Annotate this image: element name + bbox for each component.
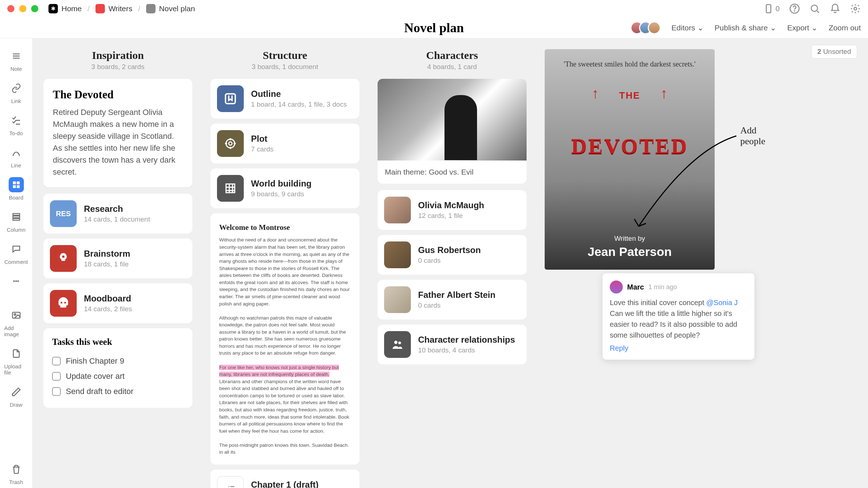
item-olivia[interactable]: Olivia McMaugh12 cards, 1 file <box>378 190 527 230</box>
home-icon[interactable]: ✱ <box>48 4 58 13</box>
tool-label: To-do <box>9 130 23 136</box>
item-title: Gus Robertson <box>418 245 520 255</box>
column-header[interactable]: Inspiration 3 boards, 2 cards <box>43 49 192 71</box>
more-icon: ••• <box>9 274 24 289</box>
crumb-novelplan[interactable]: Novel plan <box>159 4 195 13</box>
bell-icon[interactable] <box>830 3 841 14</box>
item-sub: 14 cards, 2 files <box>84 305 186 313</box>
item-title: Moodboard <box>84 294 186 304</box>
crumb-home[interactable]: Home <box>61 4 82 13</box>
svg-point-14 <box>62 256 65 258</box>
doc-title: Welcome to Montrose <box>219 222 351 233</box>
item-title: Father Albert Stein <box>418 290 520 300</box>
tool-label: Add image <box>4 325 28 337</box>
item-plot[interactable]: Plot7 cards <box>210 124 359 163</box>
document-preview[interactable]: Welcome to Montrose Without the need of … <box>210 213 359 465</box>
column-icon <box>9 209 24 224</box>
item-outline[interactable]: Outline1 board, 14 cards, 1 file, 3 docs <box>210 79 359 119</box>
column-header[interactable]: Structure 3 boards, 1 document <box>210 49 359 71</box>
tool-trash[interactable]: Trash <box>4 459 28 488</box>
tool-line[interactable]: Line <box>4 142 28 171</box>
tool-upload-file[interactable]: Upload file <box>4 343 28 378</box>
task-item[interactable]: Update cover art <box>52 369 184 384</box>
cover-art[interactable]: 'The sweetest smiles hold the darkest se… <box>545 49 715 270</box>
maximize-icon[interactable] <box>31 5 38 12</box>
comment-time: 1 min ago <box>648 283 677 291</box>
search-icon[interactable] <box>809 3 820 14</box>
column-inspiration: Inspiration 3 boards, 2 cards The Devote… <box>43 49 192 488</box>
tool-note[interactable]: Note <box>4 46 28 75</box>
tool-label: Line <box>11 162 21 168</box>
tool-board[interactable]: Board <box>4 174 28 204</box>
item-sub: 10 boards, 4 cards <box>418 346 520 354</box>
minimize-icon[interactable] <box>19 5 26 12</box>
publish-button[interactable]: Publish & share ⌄ <box>715 23 776 32</box>
chevron-down-icon: ⌄ <box>770 23 776 32</box>
reply-button[interactable]: Reply <box>610 344 747 352</box>
writers-icon[interactable] <box>95 4 105 13</box>
todo-icon <box>9 113 24 128</box>
canvas[interactable]: 2 Unsorted Inspiration 3 boards, 2 cards… <box>33 38 868 488</box>
svg-rect-20 <box>226 184 235 193</box>
document-icon <box>217 476 244 488</box>
page-header: Novel plan Editors ⌄ Publish & share ⌄ E… <box>0 17 868 38</box>
main: Note Link To-do Line Board Column Commen… <box>0 38 868 488</box>
svg-point-18 <box>229 142 232 145</box>
pencil-icon <box>9 384 24 399</box>
column-characters: Characters 4 boards, 1 card Main theme: … <box>378 49 527 488</box>
task-label: Send draft to editor <box>66 387 133 396</box>
tasks-card[interactable]: Tasks this week Finish Chapter 9 Update … <box>43 328 192 408</box>
tool-column[interactable]: Column <box>4 206 28 236</box>
item-research[interactable]: RES Research14 cards, 1 document <box>43 194 192 234</box>
tool-add-image[interactable]: Add image <box>4 305 28 340</box>
link-icon <box>9 81 24 96</box>
item-world-building[interactable]: World building9 boards, 9 cards <box>210 168 359 208</box>
checkbox[interactable] <box>52 372 61 381</box>
window-controls <box>7 5 38 12</box>
gear-icon[interactable] <box>850 3 861 14</box>
mention[interactable]: @Sonia J <box>706 299 738 307</box>
devices-count: 0 <box>775 4 780 13</box>
novelplan-icon[interactable] <box>146 4 156 13</box>
tool-more[interactable]: ••• <box>4 271 28 292</box>
doc-paragraph: For one like her, who knows not just a s… <box>219 364 351 435</box>
tool-link[interactable]: Link <box>4 78 28 107</box>
checkbox[interactable] <box>52 357 61 365</box>
svg-rect-9 <box>13 214 20 215</box>
tool-draw[interactable]: Draw <box>4 381 28 411</box>
editors-button[interactable]: Editors ⌄ <box>672 23 704 32</box>
item-title: Outline <box>251 89 353 99</box>
item-brainstorm[interactable]: Brainstorm18 cards, 1 file <box>43 239 192 278</box>
checkbox[interactable] <box>52 387 61 396</box>
svg-point-15 <box>61 302 63 304</box>
export-button[interactable]: Export ⌄ <box>787 23 818 32</box>
column-header[interactable]: Characters 4 boards, 1 card <box>378 49 527 71</box>
item-gus[interactable]: Gus Robertson0 cards <box>378 235 527 275</box>
avatar <box>648 21 661 34</box>
tool-comment[interactable]: Comment <box>4 239 28 268</box>
image-icon <box>9 308 24 323</box>
target-icon <box>217 130 244 157</box>
devoted-card[interactable]: The Devoted Retired Deputy Sergeant Oliv… <box>43 79 192 187</box>
close-icon[interactable] <box>7 5 14 12</box>
tool-todo[interactable]: To-do <box>4 110 28 139</box>
task-label: Update cover art <box>66 372 125 381</box>
item-chapter1[interactable]: Chapter 1 (draft)321 words <box>210 470 359 488</box>
devices-button[interactable]: 0 <box>763 3 780 14</box>
task-item[interactable]: Send draft to editor <box>52 384 184 399</box>
zoom-out-button[interactable]: Zoom out <box>829 23 861 32</box>
unsorted-badge[interactable]: 2 Unsorted <box>811 45 857 59</box>
item-moodboard[interactable]: Moodboard14 cards, 2 files <box>43 283 192 323</box>
titlebar: ✱ Home / Writers / Novel plan 0 <box>0 0 868 17</box>
item-albert[interactable]: Father Albert Stein0 cards <box>378 280 527 320</box>
crumb-writers[interactable]: Writers <box>109 4 132 13</box>
task-item[interactable]: Finish Chapter 9 <box>52 354 184 369</box>
comment-popover[interactable]: Marc 1 min ago Love this initial cover c… <box>603 273 754 360</box>
item-relationships[interactable]: Character relationships10 boards, 4 card… <box>378 325 527 364</box>
help-icon[interactable] <box>789 3 800 14</box>
collaborator-avatars[interactable] <box>635 21 661 34</box>
chevron-down-icon: ⌄ <box>697 23 704 32</box>
tool-label: Draw <box>10 402 22 408</box>
page-title: Novel plan <box>404 20 464 35</box>
character-photo-card[interactable]: Main theme: Good vs. Evil <box>378 79 527 184</box>
